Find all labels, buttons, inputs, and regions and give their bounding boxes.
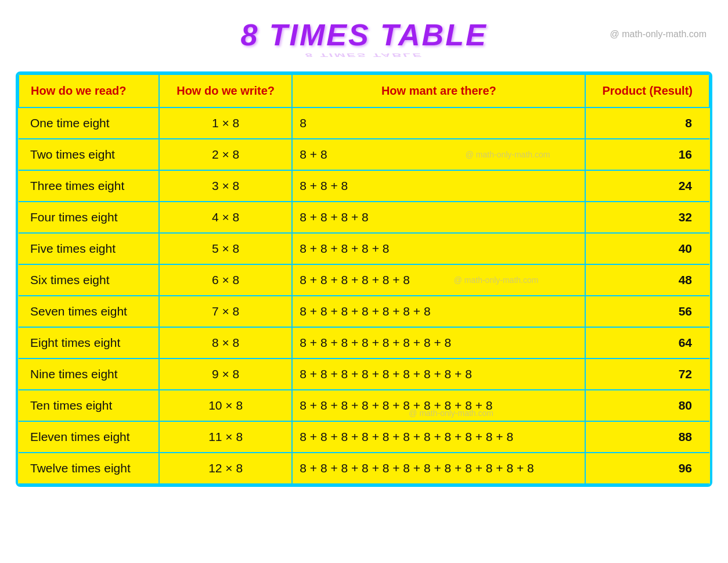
cell-result: 40 (585, 233, 709, 264)
cell-watermark: @ math-only-math.com (409, 408, 493, 418)
cell-read: One time eight (19, 107, 159, 139)
cell-result: 56 (585, 296, 709, 327)
cell-result: 8 (585, 107, 709, 139)
page-wrapper: 8 TIMES TABLE 8 TIMES TABLE @ math-only-… (16, 12, 712, 487)
cell-write: 6 × 8 (159, 264, 292, 296)
cell-write: 4 × 8 (159, 202, 292, 233)
cell-read: Eleven times eight (19, 421, 159, 453)
table-row: Twelve times eight12 × 88 + 8 + 8 + 8 + … (19, 453, 709, 484)
cell-result: 72 (585, 358, 709, 390)
table-row: Ten times eight10 × 88 + 8 + 8 + 8 + 8 +… (19, 390, 709, 421)
cell-read: Four times eight (19, 202, 159, 233)
cell-read: Ten times eight (19, 390, 159, 421)
table-row: Six times eight6 × 88 + 8 + 8 + 8 + 8 + … (19, 264, 709, 296)
cell-howmany: 8 + 8 + 8 + 8 + 8 + 8 + 8 + 8 + 8 + 8@ m… (292, 390, 585, 421)
cell-write: 1 × 8 (159, 107, 292, 139)
cell-write: 10 × 8 (159, 390, 292, 421)
cell-write: 11 × 8 (159, 421, 292, 453)
table-row: Eleven times eight11 × 88 + 8 + 8 + 8 + … (19, 421, 709, 453)
title-reflection: 8 TIMES TABLE (16, 52, 712, 58)
cell-watermark: @ math-only-math.com (466, 150, 550, 159)
header-watermark: @ math-only-math.com (610, 29, 707, 40)
cell-result: 48 (585, 264, 709, 296)
main-title: 8 TIMES TABLE (240, 17, 487, 52)
table-row: Three times eight3 × 88 + 8 + 824 (19, 170, 709, 202)
table-row: Nine times eight9 × 88 + 8 + 8 + 8 + 8 +… (19, 358, 709, 390)
table-row: Five times eight5 × 88 + 8 + 8 + 8 + 840 (19, 233, 709, 264)
cell-howmany: 8 + 8 + 8 + 8 + 8 + 8 + 8 + 8 + 8 + 8 + … (292, 453, 585, 484)
cell-read: Eight times eight (19, 327, 159, 358)
col-header-read: How do we read? (19, 74, 159, 107)
table-header-row: How do we read? How do we write? How man… (19, 74, 709, 107)
cell-result: 32 (585, 202, 709, 233)
cell-result: 16 (585, 139, 709, 170)
cell-read: Nine times eight (19, 358, 159, 390)
cell-read: Twelve times eight (19, 453, 159, 484)
cell-write: 8 × 8 (159, 327, 292, 358)
cell-howmany: 8 + 8@ math-only-math.com (292, 139, 585, 170)
table-row: Eight times eight8 × 88 + 8 + 8 + 8 + 8 … (19, 327, 709, 358)
col-header-howmany: How mant are there? (292, 74, 585, 107)
table-row: One time eight1 × 888 (19, 107, 709, 139)
cell-write: 12 × 8 (159, 453, 292, 484)
cell-howmany: 8 + 8 + 8 + 8 + 8 + 8 + 8 + 8 (292, 327, 585, 358)
cell-howmany: 8 + 8 + 8 + 8 + 8 + 8 + 8 + 8 + 8 (292, 358, 585, 390)
cell-result: 88 (585, 421, 709, 453)
col-header-product: Product (Result) (585, 74, 709, 107)
table-row: Seven times eight7 × 88 + 8 + 8 + 8 + 8 … (19, 296, 709, 327)
cell-watermark: @ math-only-math.com (454, 275, 539, 285)
cell-read: Two times eight (19, 139, 159, 170)
times-table: How do we read? How do we write? How man… (18, 74, 710, 485)
cell-write: 2 × 8 (159, 139, 292, 170)
cell-result: 64 (585, 327, 709, 358)
table-row: Four times eight4 × 88 + 8 + 8 + 832 (19, 202, 709, 233)
table-row: Two times eight2 × 88 + 8@ math-only-mat… (19, 139, 709, 170)
cell-read: Six times eight (19, 264, 159, 296)
cell-result: 96 (585, 453, 709, 484)
cell-write: 9 × 8 (159, 358, 292, 390)
cell-howmany: 8 (292, 107, 585, 139)
cell-read: Three times eight (19, 170, 159, 202)
cell-write: 5 × 8 (159, 233, 292, 264)
cell-read: Five times eight (19, 233, 159, 264)
cell-write: 7 × 8 (159, 296, 292, 327)
cell-write: 3 × 8 (159, 170, 292, 202)
header-area: 8 TIMES TABLE 8 TIMES TABLE @ math-only-… (16, 12, 712, 66)
cell-howmany: 8 + 8 + 8 + 8 + 8 + 8 + 8 (292, 296, 585, 327)
col-header-write: How do we write? (159, 74, 292, 107)
cell-howmany: 8 + 8 + 8 + 8 + 8 + 8 + 8 + 8 + 8 + 8 + … (292, 421, 585, 453)
cell-howmany: 8 + 8 + 8 (292, 170, 585, 202)
cell-howmany: 8 + 8 + 8 + 8 + 8 (292, 233, 585, 264)
cell-result: 24 (585, 170, 709, 202)
cell-result: 80 (585, 390, 709, 421)
table-container: How do we read? How do we write? How man… (16, 71, 712, 487)
cell-howmany: 8 + 8 + 8 + 8 + 8 + 8@ math-only-math.co… (292, 264, 585, 296)
cell-howmany: 8 + 8 + 8 + 8 (292, 202, 585, 233)
cell-read: Seven times eight (19, 296, 159, 327)
